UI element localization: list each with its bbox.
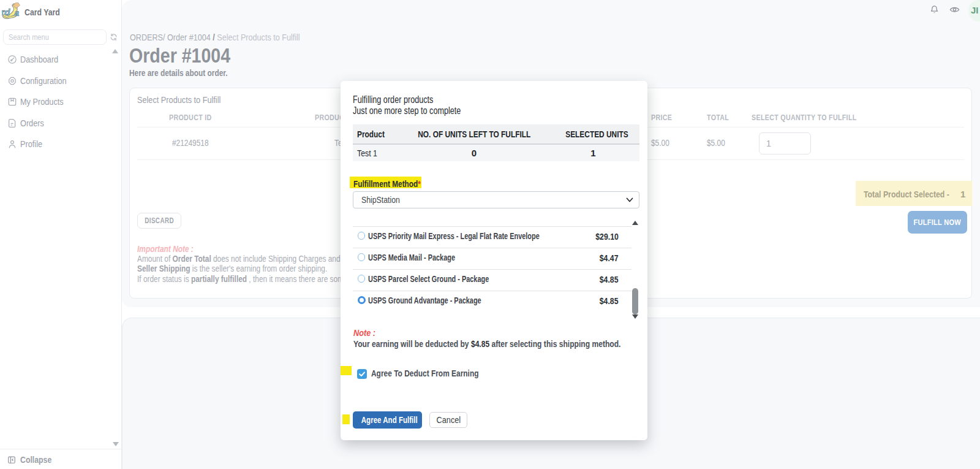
svg-text:a: a [15,8,20,18]
svg-text:rd: rd [2,7,10,17]
